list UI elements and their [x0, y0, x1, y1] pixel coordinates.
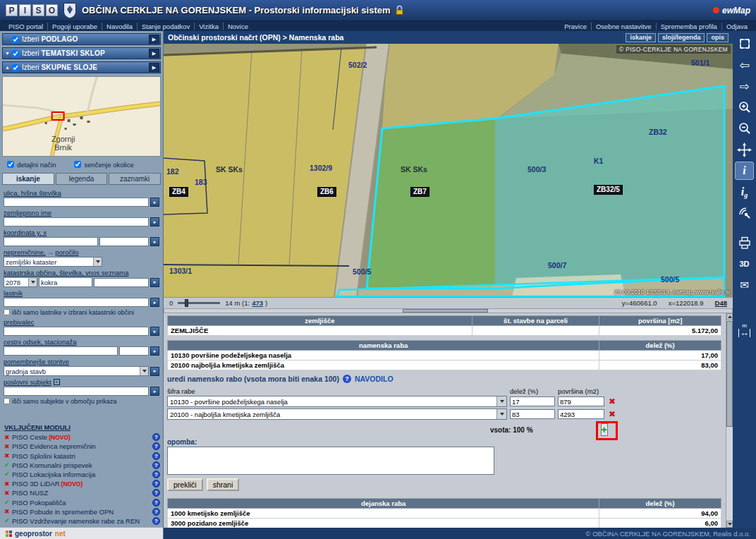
send-mail-button[interactable]: ✉ [735, 276, 754, 294]
map-viewport[interactable]: 502/2 501/1 ZB32 SK SKs 1302/9 SK SKs 50… [164, 44, 733, 297]
koordinata-x-input[interactable] [99, 237, 149, 246]
cestni-search-button[interactable]: ▸ [150, 346, 159, 356]
tab-legenda[interactable]: legenda [56, 173, 108, 185]
module-help-icon[interactable]: ? [152, 452, 160, 460]
module-link[interactable]: PISO Lokacijska informacija [12, 471, 95, 478]
opis-view-button[interactable]: opis [707, 33, 728, 42]
save-button[interactable]: shrani [207, 478, 240, 491]
koordinata-search-button[interactable]: ▸ [150, 237, 159, 246]
menu-vizitka[interactable]: Vizitka [195, 23, 224, 30]
datum-link[interactable]: D48 [715, 299, 727, 307]
view-3d-button[interactable]: 3D [735, 255, 754, 273]
parcela-input[interactable] [94, 278, 149, 287]
ko-ime-select[interactable]: kokra [39, 277, 92, 287]
menu-osebne-nastavitve[interactable]: Osebne nastavitve [592, 23, 657, 30]
module-help-icon[interactable]: ? [152, 471, 160, 478]
module-link[interactable]: PISO Vzdrževanje namenske rabe za REN [12, 517, 140, 525]
scale-slider[interactable] [178, 302, 220, 304]
gps-button[interactable] [735, 204, 754, 222]
sifra-rabe-select[interactable]: 10130 - površine podeželjskega naselja [167, 396, 507, 407]
menu-odjava[interactable]: Odjava [722, 23, 752, 30]
module-link[interactable]: PISO Pokopališča [12, 499, 66, 507]
storitve-select[interactable]: gradnja stavb [4, 366, 149, 376]
module-link[interactable]: PISO Ceste [12, 433, 47, 441]
collapse-icon[interactable]: ▼ [5, 51, 12, 56]
zemljepisno-search-button[interactable]: ▸ [150, 217, 159, 226]
scale-slider-thumb[interactable] [185, 299, 188, 307]
iskanje-view-button[interactable]: iskanje [626, 33, 656, 42]
accordion-tematski-sklop[interactable]: ▼ Izberi TEMATSKI SKLOP ▶ [2, 47, 161, 59]
porocilo-link[interactable]: poročilo [55, 248, 78, 256]
lastnik-filter-checkbox[interactable] [4, 309, 10, 315]
expand-arrow-icon[interactable]: ▶ [149, 35, 159, 44]
pan-button[interactable] [735, 140, 754, 159]
measure-button[interactable]: m ↔ [735, 321, 754, 339]
module-help-icon[interactable]: ? [152, 442, 160, 450]
ulica-input[interactable] [4, 198, 149, 207]
menu-stanje-podatkov[interactable]: Stanje podatkov [138, 23, 195, 30]
full-extent-button[interactable] [735, 35, 754, 53]
help-icon[interactable]: ? [343, 375, 351, 383]
module-help-icon[interactable]: ? [152, 480, 160, 487]
kataster-select[interactable]: zemljiški kataster [4, 257, 102, 267]
horizontal-scrollbar-thumb[interactable] [403, 309, 488, 313]
module-link[interactable]: PISO Splošni katastri [12, 452, 75, 460]
prebivalec-search-button[interactable]: ▸ [150, 327, 159, 336]
menu-novice[interactable]: Novice [224, 23, 252, 30]
identify-button[interactable]: i [735, 162, 754, 180]
delete-row-icon[interactable]: ✖ [607, 409, 617, 419]
identify-group-button[interactable]: ig [735, 183, 754, 201]
module-help-icon[interactable]: ? [152, 508, 160, 516]
collapse-icon[interactable]: ▲ [5, 65, 12, 70]
accordion-podlago[interactable]: Izberi PODLAGO ▶ [2, 33, 161, 45]
navodilo-link[interactable]: NAVODILO [355, 375, 394, 383]
sencenje-okolice-checkbox[interactable] [74, 161, 81, 168]
menu-navodila[interactable]: Navodila [102, 23, 138, 30]
geoprostor-logo[interactable]: geoprostor net [0, 527, 163, 539]
prebivalec-input[interactable] [4, 327, 149, 336]
modules-title-link[interactable]: VKLJUČENI MODULI [4, 423, 160, 431]
module-help-icon[interactable]: ? [152, 489, 160, 497]
module-help-icon[interactable]: ? [152, 499, 160, 507]
ulica-search-button[interactable]: ▸ [150, 198, 159, 207]
poslovni-search-button[interactable]: ▸ [150, 387, 159, 396]
lastnik-search-button[interactable]: ▸ [150, 298, 159, 307]
ko-sifra-select[interactable]: 2078 [4, 277, 37, 287]
piso-logo[interactable]: P I S O [6, 4, 59, 16]
skupne-sloje-checkbox[interactable] [12, 64, 19, 71]
koordinata-y-input[interactable] [4, 237, 98, 246]
module-link[interactable]: PISO Komunalni prispevek [12, 461, 92, 469]
menu-pogoji-uporabe[interactable]: Pogoji uporabe [48, 23, 102, 30]
expand-arrow-icon[interactable]: ▶ [149, 49, 159, 58]
stacionaza-input[interactable] [119, 346, 149, 356]
tab-zaznamki[interactable]: zaznamki [109, 173, 161, 185]
module-link[interactable]: PISO Pobude in spremembe OPN [12, 508, 114, 516]
detajlni-nacin-checkbox[interactable] [7, 161, 14, 168]
povrsina-input[interactable] [558, 409, 604, 419]
delez-input[interactable] [510, 396, 555, 406]
print-button[interactable] [735, 234, 754, 252]
minimap-canvas[interactable]: Zgornji Brnik [3, 77, 160, 156]
scroll-up-arrow[interactable] [726, 313, 733, 320]
module-help-icon[interactable]: ? [152, 433, 160, 441]
expand-plus-icon[interactable]: + [54, 379, 60, 385]
delez-input[interactable] [510, 409, 555, 419]
podlago-checkbox[interactable] [12, 36, 19, 43]
povrsina-input[interactable] [558, 396, 604, 406]
opomba-textarea[interactable] [167, 447, 494, 475]
accordion-skupne-sloje[interactable]: ▲ Izberi SKUPNE SLOJE ▶ [2, 61, 161, 73]
module-help-icon[interactable]: ? [152, 461, 160, 469]
next-view-button[interactable]: ⇨ [735, 77, 754, 95]
sifra-rabe-select[interactable]: 20100 - najboljša kmetijska zemljišča [167, 408, 507, 420]
lastnik-input[interactable] [4, 298, 149, 307]
cestni-odsek-input[interactable] [4, 346, 118, 356]
add-row-button[interactable]: + [601, 423, 608, 436]
menu-piso-portal[interactable]: PISO portal [4, 23, 48, 30]
module-link[interactable]: PISO 3D LiDAR [12, 480, 60, 487]
cancel-button[interactable]: prekliči [167, 478, 203, 491]
parcela-search-button[interactable]: ▸ [150, 278, 159, 287]
scroll-down-arrow[interactable] [726, 521, 733, 528]
expand-arrow-icon[interactable]: ▶ [149, 63, 159, 72]
map-canvas[interactable] [164, 44, 733, 297]
scale-value-link[interactable]: 473 [252, 299, 263, 307]
